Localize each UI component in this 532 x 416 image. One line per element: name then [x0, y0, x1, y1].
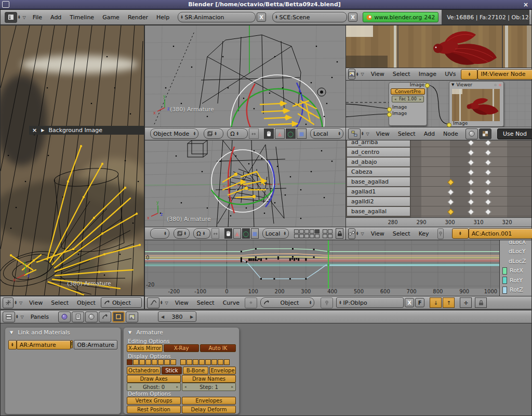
menu-select[interactable]: Select: [193, 300, 219, 306]
layer-button-4[interactable]: [315, 229, 320, 233]
viewport-top[interactable]: y x z (380) Armature: [144, 25, 346, 127]
image-datablock-name[interactable]: IM:Viewer Node: [477, 69, 532, 80]
object-name-field[interactable]: OB:Armature: [74, 340, 117, 349]
decrement-icon[interactable]: ◂: [184, 385, 187, 389]
button-octahedron[interactable]: Octahedron: [127, 367, 161, 374]
draw-type-dropdown[interactable]: ▲▼: [174, 228, 190, 239]
pin-ipo-icon[interactable]: [321, 297, 333, 308]
header-collapse-icon[interactable]: ▽: [364, 132, 370, 136]
align-icon[interactable]: ↔: [211, 228, 219, 239]
action-channel-ad_arriba[interactable]: ad_arriba: [347, 140, 410, 147]
increment-icon[interactable]: ▸: [176, 385, 178, 389]
armature-layer-4[interactable]: [152, 359, 157, 365]
menu-render[interactable]: Render: [124, 14, 152, 21]
manipulator-rotate-button[interactable]: ▲: [275, 128, 285, 139]
panels-menu[interactable]: Panels: [26, 314, 53, 320]
button-b-bone[interactable]: B-Bone: [183, 367, 208, 374]
shading-buttons-tab[interactable]: [85, 311, 98, 322]
script-buttons-tab[interactable]: [72, 311, 84, 322]
menu-view[interactable]: View: [171, 300, 193, 306]
ipo-editor-view[interactable]: -200-10001002003004005006007008009001000…: [144, 240, 500, 296]
menu-object[interactable]: Object: [73, 300, 100, 306]
button-draw-axes[interactable]: Draw Axes: [127, 375, 181, 383]
button-vertex-groups[interactable]: Vertex Groups: [127, 397, 181, 405]
header-collapse-icon[interactable]: ▽: [21, 15, 27, 20]
menu-timeline[interactable]: Timeline: [65, 14, 98, 21]
output-socket[interactable]: [425, 83, 430, 88]
ipo-channel-dLocY[interactable]: dLocY: [500, 247, 531, 256]
viewer-node-header[interactable]: ▼ Viewer: [449, 82, 503, 88]
menu-help[interactable]: Help: [152, 14, 174, 21]
action-channel-ad_centro[interactable]: ad_centro: [347, 148, 410, 157]
manipulator-translate-button[interactable]: [264, 128, 274, 139]
ipo-fake-user-button[interactable]: F: [415, 298, 424, 307]
armature-layer-8[interactable]: [180, 359, 186, 365]
scene-delete-button[interactable]: X: [348, 12, 357, 22]
action-channel-base_agallad[interactable]: base_agallad: [347, 177, 410, 186]
layer-button-1[interactable]: [328, 229, 332, 233]
menu-select[interactable]: Select: [394, 131, 420, 137]
armature-layer-0[interactable]: [127, 359, 132, 365]
link-materials-panel-header[interactable]: ▼ Link and Materials: [5, 328, 121, 337]
node-editor-view[interactable]: Image ConvertPre ◂Fac 1.00▸ Image Image …: [345, 80, 532, 127]
object-buttons-tab[interactable]: [99, 311, 111, 322]
layer-button-3[interactable]: [310, 229, 314, 233]
button-rest-position[interactable]: Rest Position: [127, 406, 181, 413]
header-collapse-icon[interactable]: ▽: [359, 72, 365, 76]
armature-layer-3[interactable]: [145, 359, 151, 365]
menu-view[interactable]: View: [25, 300, 47, 306]
button-draw-names[interactable]: Draw Names: [182, 375, 236, 383]
menu-key[interactable]: Key: [415, 230, 433, 237]
field-step-1[interactable]: ◂Step: 1▸: [182, 383, 236, 391]
input-socket-1[interactable]: [387, 107, 392, 112]
action-channel-agalldi2[interactable]: agalldi2: [347, 197, 410, 206]
frame-next-icon[interactable]: ▶: [190, 315, 193, 319]
rotation-pivot-dropdown[interactable]: Ω ▲▼: [227, 128, 248, 139]
manipulator-combo-button[interactable]: ■: [251, 228, 259, 239]
scene-buttons-tab[interactable]: [126, 311, 138, 322]
window-menu-icon[interactable]: [2, 1, 9, 8]
manipulator-scale-button[interactable]: ◯: [286, 128, 296, 139]
layer-button-9[interactable]: [315, 234, 320, 238]
align-icon[interactable]: ↔: [249, 128, 259, 139]
composite-nodes-button[interactable]: [479, 128, 491, 139]
header-collapse-icon[interactable]: ▽: [19, 315, 25, 319]
menu-select[interactable]: Select: [47, 300, 73, 306]
current-frame-field[interactable]: ◀ 380 ▶: [158, 311, 196, 322]
show-keys-button[interactable]: [245, 297, 257, 308]
armature-browse-button[interactable]: ▲▼: [8, 340, 17, 349]
ipo-channel-RotX[interactable]: RotX: [500, 266, 531, 276]
image-editor-type-icon[interactable]: [348, 69, 355, 80]
input-socket-2[interactable]: [387, 112, 392, 117]
layer-button-6[interactable]: [299, 234, 304, 238]
layer-button-0[interactable]: [323, 229, 327, 233]
scene-selector[interactable]: ▲▼ SCE:Scene: [272, 12, 347, 22]
lock-view-button[interactable]: [336, 228, 343, 239]
header-collapse-icon[interactable]: ▽: [18, 301, 24, 305]
header-collapse-icon[interactable]: ▽: [163, 301, 169, 305]
action-keyframe-grid[interactable]: [411, 140, 532, 217]
manipulator-combo-button[interactable]: ■: [297, 128, 307, 139]
panel-collapse-icon[interactable]: ▼: [128, 330, 131, 335]
screen-selector[interactable]: ▲▼ SR:Animacion: [178, 12, 256, 22]
viewer-node[interactable]: ▼ Viewer: [449, 81, 504, 127]
use-nodes-button[interactable]: Use Nod: [497, 128, 532, 139]
draw-type-dropdown[interactable]: ▲▼: [204, 128, 223, 139]
header-collapse-icon[interactable]: ▽: [359, 231, 365, 236]
window-close-icon[interactable]: ×: [520, 1, 532, 8]
action-channel-base_agallal[interactable]: base_agallal: [347, 207, 410, 216]
action-editor-view[interactable]: ad_arribaad_centroad_abajoCabezabase_aga…: [345, 140, 532, 227]
armature-layer-5[interactable]: [158, 359, 164, 365]
viewport-camera[interactable]: y x z × ▶ Background Image (380) Armatur…: [0, 25, 144, 296]
window-type-icon[interactable]: [5, 12, 17, 23]
manipulator-scale-button[interactable]: ◯: [242, 228, 250, 239]
pin-action-icon[interactable]: [437, 228, 444, 239]
menu-view[interactable]: View: [372, 131, 394, 137]
menu-add[interactable]: Add: [420, 131, 439, 137]
armature-layer-9[interactable]: [187, 359, 192, 365]
paste-from-buffer-button[interactable]: ↑: [443, 297, 455, 308]
ipo-channel-dLocZ[interactable]: dLocZ: [500, 256, 531, 266]
ipo-datablock-name[interactable]: ▲▼ IP:ObIpo: [336, 297, 404, 308]
ipo-channel-dLocX[interactable]: dLocX: [500, 240, 531, 246]
view3d-type-icon[interactable]: [3, 297, 14, 308]
